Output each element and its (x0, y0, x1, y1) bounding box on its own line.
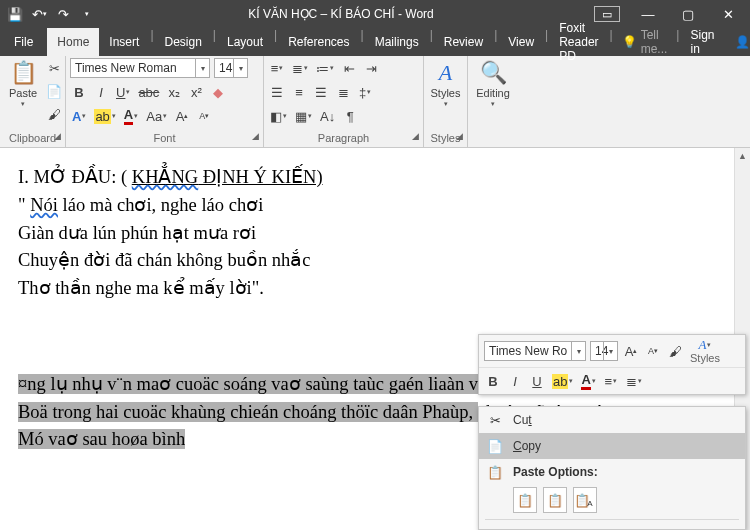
superscript-button[interactable]: x² (187, 82, 205, 102)
numbering-button[interactable]: ≣▾ (290, 58, 310, 78)
tab-view[interactable]: View (498, 28, 544, 56)
group-clipboard: 📋 Paste ▾ ✂ 📄 🖌 Clipboard◢ (0, 56, 66, 147)
ctx-paste-options: 📋 📋 📋A (479, 485, 745, 517)
paste-merge-button[interactable]: 📋 (543, 487, 567, 513)
tab-references[interactable]: References (278, 28, 359, 56)
font-launcher[interactable]: ◢ (252, 128, 259, 145)
redo-icon[interactable]: ↷ (56, 7, 70, 21)
tab-home[interactable]: Home (47, 28, 99, 56)
window-title: KÍ VĂN HỌC – KÍ BÁO CHÍ - Word (94, 7, 588, 21)
format-painter-button[interactable]: 🖌 (44, 104, 64, 124)
group-paragraph-label: Paragraph (318, 132, 369, 144)
highlight-button[interactable]: ab▾ (92, 106, 117, 126)
tab-design[interactable]: Design (155, 28, 212, 56)
strikethrough-button[interactable]: abc (136, 82, 161, 102)
bold-button[interactable]: B (70, 82, 88, 102)
doc-line-2: " Nói láo mà chơi, nghe láo chơi (18, 192, 716, 220)
tell-me-search[interactable]: 💡 Tell me... (614, 28, 676, 56)
mini-italic-button[interactable]: I (506, 371, 524, 391)
maximize-button[interactable]: ▢ (670, 0, 706, 28)
align-center-button[interactable]: ≡ (290, 82, 308, 102)
grow-font-button[interactable]: A▴ (173, 106, 191, 126)
sort-button[interactable]: A↓ (318, 106, 337, 126)
ribbon: 📋 Paste ▾ ✂ 📄 🖌 Clipboard◢ Times New Rom… (0, 56, 750, 148)
clear-formatting-button[interactable]: ◆ (209, 82, 227, 102)
scissors-icon: ✂ (487, 413, 503, 428)
shading-button[interactable]: ◧▾ (268, 106, 289, 126)
ctx-cut[interactable]: ✂ Cut (479, 407, 745, 433)
paste-text-only-button[interactable]: 📋A (573, 487, 597, 513)
ribbon-display-options-icon[interactable]: ▭ (594, 6, 620, 22)
underline-button[interactable]: U▾ (114, 82, 132, 102)
ctx-font[interactable]: A Font... (479, 522, 745, 530)
mini-shrink-font-button[interactable]: A▾ (644, 341, 662, 361)
editing-button[interactable]: 🔍 Editing ▾ (474, 58, 512, 110)
tab-file[interactable]: File (0, 28, 47, 56)
group-styles: A Styles ▾ Styles◢ (424, 56, 468, 147)
mini-bold-button[interactable]: B (484, 371, 502, 391)
sign-in-link[interactable]: Sign in (680, 28, 724, 56)
show-hide-button[interactable]: ¶ (341, 106, 359, 126)
chevron-down-icon[interactable]: ▾ (195, 59, 209, 77)
cut-button[interactable]: ✂ (44, 58, 64, 78)
decrease-indent-button[interactable]: ⇤ (340, 58, 358, 78)
ctx-separator (485, 519, 739, 520)
ctx-copy[interactable]: 📄 Copy (479, 433, 745, 459)
mini-font-size-combo[interactable]: 14 ▾ (590, 341, 618, 361)
qat-customize-icon[interactable]: ▾ (80, 7, 94, 21)
quick-access-toolbar: 💾 ↶▾ ↷ ▾ (0, 7, 94, 21)
chevron-down-icon[interactable]: ▾ (233, 59, 247, 77)
chevron-down-icon[interactable]: ▾ (571, 342, 585, 360)
share-button[interactable]: 👤 Share (725, 28, 751, 56)
mini-bullets-button[interactable]: ≡▾ (602, 371, 620, 391)
group-clipboard-label: Clipboard (9, 132, 56, 144)
font-color-button[interactable]: A▾ (122, 106, 140, 126)
copy-button[interactable]: 📄 (44, 81, 64, 101)
paste-button[interactable]: 📋 Paste ▾ (4, 58, 42, 110)
italic-button[interactable]: I (92, 82, 110, 102)
mini-highlight-button[interactable]: ab▾ (550, 371, 575, 391)
tab-layout[interactable]: Layout (217, 28, 273, 56)
borders-button[interactable]: ▦▾ (293, 106, 314, 126)
paintbrush-icon: 🖌 (669, 344, 682, 359)
mini-grow-font-button[interactable]: A▴ (622, 341, 640, 361)
paragraph-launcher[interactable]: ◢ (412, 128, 419, 145)
minimize-button[interactable]: — (630, 0, 666, 28)
mini-format-painter-button[interactable]: 🖌 (666, 341, 684, 361)
chevron-down-icon[interactable]: ▾ (603, 342, 617, 360)
styles-launcher[interactable]: ◢ (456, 128, 463, 145)
text-effects-button[interactable]: A▾ (70, 106, 88, 126)
font-name-combo[interactable]: Times New Roman ▾ (70, 58, 210, 78)
shrink-font-button[interactable]: A▾ (195, 106, 213, 126)
undo-icon[interactable]: ↶▾ (32, 7, 46, 21)
mini-numbering-button[interactable]: ≣▾ (624, 371, 644, 391)
mini-font-name-combo[interactable]: Times New Ro ▾ (484, 341, 586, 361)
editing-btn-label: Editing (476, 87, 510, 99)
change-case-button[interactable]: Aa▾ (144, 106, 169, 126)
styles-button[interactable]: A Styles ▾ (427, 58, 465, 110)
tab-mailings[interactable]: Mailings (365, 28, 429, 56)
multilevel-list-button[interactable]: ≔▾ (314, 58, 336, 78)
tab-insert[interactable]: Insert (99, 28, 149, 56)
justify-button[interactable]: ≣ (334, 82, 352, 102)
font-size-combo[interactable]: 14 ▾ (214, 58, 248, 78)
save-icon[interactable]: 💾 (8, 7, 22, 21)
align-left-button[interactable]: ☰ (268, 82, 286, 102)
group-font-label: Font (153, 132, 175, 144)
mini-underline-button[interactable]: U (528, 371, 546, 391)
close-button[interactable]: ✕ (710, 0, 746, 28)
tab-foxit[interactable]: Foxit Reader PD (549, 28, 608, 56)
paste-keep-source-button[interactable]: 📋 (513, 487, 537, 513)
paste-label: Paste (9, 87, 37, 99)
increase-indent-button[interactable]: ⇥ (362, 58, 380, 78)
paintbrush-icon: 🖌 (48, 107, 61, 122)
tab-review[interactable]: Review (434, 28, 493, 56)
line-spacing-button[interactable]: ‡▾ (356, 82, 374, 102)
bullets-button[interactable]: ≡▾ (268, 58, 286, 78)
align-right-button[interactable]: ☰ (312, 82, 330, 102)
mini-styles-button[interactable]: A▾ (688, 338, 722, 352)
mini-font-color-button[interactable]: A▾ (579, 371, 597, 391)
clipboard-launcher[interactable]: ◢ (54, 128, 61, 145)
scroll-up-icon[interactable]: ▲ (735, 148, 750, 164)
subscript-button[interactable]: x₂ (165, 82, 183, 102)
